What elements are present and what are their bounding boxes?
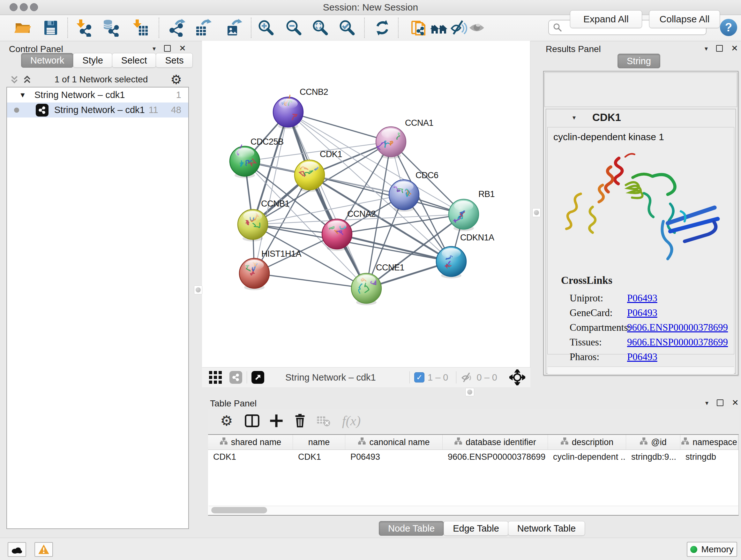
tab-select[interactable]: Select (112, 53, 156, 68)
cell-shared-name[interactable]: CDK1 (208, 452, 293, 462)
hide-selected-icon[interactable] (449, 18, 468, 37)
network-collection-row[interactable]: ▼ String Network – cdk1 1 (7, 87, 188, 103)
hidden-eye-icon[interactable] (461, 371, 474, 384)
close-panel-icon[interactable]: ✕ (732, 398, 739, 408)
node-CDKN1A[interactable] (436, 246, 466, 278)
expand-all-icon[interactable] (22, 74, 32, 84)
import-network-file-icon[interactable] (74, 18, 92, 37)
import-network-database-icon[interactable] (101, 18, 120, 37)
string-network-graph[interactable]: CCNB2CCNA1CDC25BCDK1CDC6RB1CCNB1CCNA2CDK… (202, 41, 530, 367)
bottom-splitter-handle[interactable] (465, 388, 474, 396)
column-header-shared-name[interactable]: shared name (208, 435, 293, 449)
collapse-panel-icon[interactable]: ▾ (704, 45, 708, 52)
show-all-icon[interactable] (468, 18, 486, 37)
memory-button[interactable]: Memory (687, 542, 737, 557)
crosshair-move-icon[interactable] (509, 369, 525, 385)
column-header--id[interactable]: @id (626, 435, 680, 449)
zoom-fit-icon[interactable] (311, 18, 330, 37)
collapse-all-icon[interactable] (10, 74, 19, 84)
cell-namespace[interactable]: stringdb (680, 452, 738, 462)
column-header-description[interactable]: description (548, 435, 626, 449)
tab-edge-table[interactable]: Edge Table (444, 521, 509, 536)
tab-network[interactable]: Network (21, 53, 73, 68)
table-horizontal-scrollbar[interactable] (209, 506, 738, 515)
tab-node-table[interactable]: Node Table (379, 521, 444, 536)
crosslink-link[interactable]: P06493 (627, 351, 657, 366)
node-CCNB1[interactable] (238, 209, 268, 241)
cell-database-identifier[interactable]: 9606.ENSP00000378699 (443, 452, 548, 462)
cloud-button[interactable] (8, 542, 26, 557)
edge-HIST1H1A-CCNE1[interactable] (254, 273, 366, 288)
help-icon[interactable]: ? (720, 19, 737, 36)
crosslink-link[interactable]: P06493 (627, 293, 657, 307)
collection-expand-icon[interactable]: ▼ (19, 91, 26, 99)
save-session-icon[interactable] (42, 18, 60, 37)
zoom-selected-icon[interactable] (338, 18, 356, 37)
edge-CCNB2-CCNE1[interactable] (288, 112, 366, 288)
results-scrollbar[interactable] (548, 367, 734, 374)
string-view-icon[interactable] (229, 371, 242, 384)
selected-nodes-checkbox-icon[interactable]: ✓ (414, 372, 424, 382)
float-panel-icon[interactable] (716, 45, 723, 52)
tab-sets[interactable]: Sets (156, 53, 193, 68)
left-splitter-handle[interactable] (194, 286, 202, 294)
gene-section-header[interactable]: ▾ CDK1 (546, 109, 736, 126)
column-header-canonical-name[interactable]: canonical name (345, 435, 443, 449)
refresh-view-icon[interactable] (373, 18, 392, 37)
cell-name[interactable]: CDK1 (293, 452, 345, 462)
grid-view-icon[interactable] (209, 370, 223, 384)
function-builder-icon[interactable]: f(x) (337, 411, 366, 430)
tab-network-table[interactable]: Network Table (508, 521, 585, 536)
export-network-icon[interactable] (167, 18, 186, 37)
edge-CDK1-RB1[interactable] (310, 175, 464, 214)
export-table-icon[interactable] (193, 18, 212, 37)
cell-canonical-name[interactable]: P06493 (345, 452, 443, 462)
table-options-gear-icon[interactable]: ⚙ (217, 411, 236, 430)
gene-collapse-icon[interactable]: ▾ (572, 114, 576, 121)
crosslink-link[interactable]: 9606.ENSP00000378699 (627, 322, 728, 336)
import-table-file-icon[interactable] (131, 18, 149, 37)
column-header-database-identifier[interactable]: database identifier (443, 435, 548, 449)
expand-all-button[interactable]: Expand All (570, 10, 642, 28)
float-panel-icon[interactable] (164, 45, 171, 52)
collapse-panel-icon[interactable]: ▾ (705, 399, 709, 407)
crosslink-link[interactable]: P06493 (627, 307, 657, 322)
show-columns-icon[interactable] (243, 411, 262, 430)
crosslink-link[interactable]: 9606.ENSP00000378699 (627, 336, 728, 351)
scrollbar-thumb[interactable] (211, 507, 267, 513)
create-column-icon[interactable] (267, 411, 286, 430)
node-HIST1H1A[interactable] (239, 258, 269, 290)
node-CDK1[interactable] (294, 160, 325, 192)
node-CDC6[interactable] (389, 180, 419, 212)
close-panel-icon[interactable]: ✕ (179, 44, 186, 53)
node-CCNE1[interactable] (351, 273, 381, 305)
cell--id[interactable]: stringdb:9... (626, 452, 680, 462)
open-session-icon[interactable] (13, 18, 32, 37)
right-splitter-handle[interactable] (532, 208, 541, 217)
node-CCNA1[interactable] (376, 127, 406, 159)
float-panel-icon[interactable] (717, 399, 724, 406)
node-RB1[interactable] (449, 199, 479, 231)
delete-column-icon[interactable] (290, 411, 310, 430)
tab-string[interactable]: String (617, 54, 660, 68)
zoom-in-icon[interactable] (257, 18, 275, 37)
edge-CCNB2-CCNA1[interactable] (288, 112, 391, 142)
delete-table-icon[interactable] (314, 411, 333, 430)
column-header-name[interactable]: name (293, 435, 345, 449)
collapse-all-button[interactable]: Collapse All (649, 10, 720, 28)
tab-style[interactable]: Style (73, 53, 112, 68)
first-neighbors-icon[interactable] (429, 18, 448, 37)
export-image-icon[interactable] (224, 18, 243, 37)
network-from-selection-icon[interactable] (410, 18, 429, 37)
column-header-namespace[interactable]: namespace (680, 435, 738, 449)
network-options-gear-icon[interactable]: ⚙ (171, 73, 182, 86)
zoom-out-icon[interactable] (285, 18, 303, 37)
network-row[interactable]: String Network – cdk1 11 48 (7, 103, 188, 118)
network-canvas[interactable]: CCNB2CCNA1CDC25BCDK1CDC6RB1CCNB1CCNA2CDK… (202, 41, 530, 367)
open-in-window-icon[interactable] (252, 371, 264, 384)
close-panel-icon[interactable]: ✕ (731, 44, 738, 53)
cell-description[interactable]: cyclin-dependent ... (548, 452, 626, 462)
warnings-button[interactable] (35, 542, 53, 557)
collapse-panel-icon[interactable]: ▾ (152, 45, 156, 52)
table-row[interactable]: CDK1CDK1P064939606.ENSP00000378699cyclin… (208, 450, 738, 464)
